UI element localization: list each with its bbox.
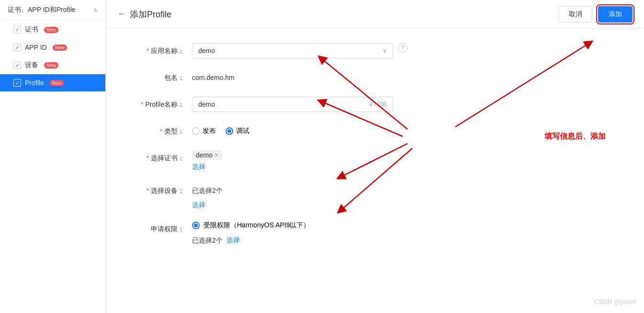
- profile-name-content: 4 / 100: [192, 97, 393, 112]
- sidebar-item-profile-badge: New: [50, 80, 64, 86]
- back-arrow-icon[interactable]: ←: [117, 9, 126, 19]
- permission-label: 申请权限：: [135, 221, 192, 236]
- type-label: 类型：: [135, 123, 192, 139]
- watermark: CSDN @pixle0: [594, 298, 636, 305]
- sidebar-item-certificate[interactable]: 证书 New: [0, 21, 105, 39]
- app-name-row: 应用名称： demo ∨ ?: [135, 43, 615, 58]
- svg-line-0: [321, 58, 407, 129]
- type-publish-option[interactable]: 发布: [192, 127, 216, 135]
- cert-tag: demo ×: [192, 150, 393, 160]
- radio-debug-icon: [226, 127, 233, 135]
- type-row: 类型： 发布 调试: [135, 123, 615, 139]
- cert-name: demo: [196, 151, 213, 159]
- sidebar-item-profile[interactable]: Profile New: [0, 74, 105, 91]
- sidebar-item-device-badge: New: [44, 62, 58, 68]
- profile-name-input[interactable]: [198, 101, 369, 108]
- help-icon[interactable]: ?: [398, 43, 407, 53]
- package-row: 包名： com.demo.hm: [135, 70, 615, 85]
- cert-content: demo × 选择: [192, 150, 393, 171]
- checkbox-profile-icon: [13, 79, 21, 87]
- device-label: 选择设备：: [135, 183, 192, 198]
- device-selected-count: 已选择2个: [192, 183, 393, 198]
- package-content: com.demo.hm: [192, 70, 393, 85]
- device-area: 已选择2个 选择: [192, 183, 393, 210]
- checkbox-appid-icon: [13, 44, 21, 51]
- type-publish-label: 发布: [203, 127, 216, 135]
- sidebar-group-header[interactable]: 证书、APP ID和Profile ∧: [0, 0, 105, 21]
- header: ← 添加Profile 取消 添加: [106, 0, 644, 29]
- char-count: 4 / 100: [369, 101, 387, 108]
- permission-option-row: 受限权限（HarmonyOS API9以下）: [192, 221, 393, 230]
- cert-row: 选择证书： demo × 选择: [135, 150, 615, 171]
- sidebar: 证书、APP ID和Profile ∧ 证书 New APP ID New 设备…: [0, 0, 106, 313]
- radio-publish-icon: [192, 127, 200, 135]
- permission-selected-count: 已选择2个: [192, 233, 223, 248]
- profile-name-label: Profile名称：: [135, 97, 192, 112]
- checkbox-certificate-icon: [13, 26, 21, 34]
- cert-select-link[interactable]: 选择: [192, 163, 393, 171]
- cert-area: demo × 选择: [192, 150, 393, 171]
- device-content: 已选择2个 选择: [192, 183, 393, 210]
- profile-name-row: Profile名称： 4 / 100: [135, 97, 615, 112]
- sidebar-item-appid-badge: New: [53, 45, 67, 51]
- sidebar-group-label: 证书、APP ID和Profile: [8, 6, 75, 14]
- cert-label: 选择证书：: [135, 150, 192, 166]
- form-area: 应用名称： demo ∨ ? 包名： com.demo.hm Profile名称…: [106, 29, 644, 313]
- device-row: 选择设备： 已选择2个 选择: [135, 183, 615, 210]
- sidebar-item-device-label: 设备: [25, 61, 38, 69]
- type-content: 发布 调试: [192, 123, 393, 139]
- permission-select-link[interactable]: 选择: [226, 236, 240, 245]
- profile-name-input-wrapper[interactable]: 4 / 100: [192, 97, 393, 112]
- radio-permission-icon: [192, 222, 200, 229]
- page-title: 添加Profile: [130, 9, 171, 20]
- package-label: 包名：: [135, 70, 192, 85]
- header-buttons: 取消 添加: [559, 6, 633, 22]
- header-left: ← 添加Profile: [117, 9, 171, 20]
- type-debug-label: 调试: [236, 127, 249, 135]
- permission-row: 申请权限： 受限权限（HarmonyOS API9以下） 已选择2个 选择: [135, 221, 615, 248]
- chevron-up-icon: ∧: [93, 7, 98, 13]
- cert-remove-icon[interactable]: ×: [215, 151, 218, 159]
- sidebar-item-certificate-badge: New: [44, 27, 58, 33]
- app-name-label: 应用名称：: [135, 43, 192, 58]
- chevron-down-icon: ∨: [383, 47, 387, 54]
- device-select-link[interactable]: 选择: [192, 201, 393, 210]
- sidebar-item-appid-label: APP ID: [25, 44, 47, 51]
- sidebar-item-device[interactable]: 设备 New: [0, 56, 105, 74]
- checkbox-device-icon: [13, 61, 21, 69]
- permission-selected-row: 已选择2个 选择: [192, 233, 393, 248]
- type-debug-option[interactable]: 调试: [226, 127, 249, 135]
- permission-option-label: 受限权限（HarmonyOS API9以下）: [203, 221, 310, 230]
- add-button[interactable]: 添加: [598, 6, 633, 22]
- app-name-value: demo: [198, 47, 215, 55]
- main-content: ← 添加Profile 取消 添加 应用名称： demo ∨ ? 包名： com…: [106, 0, 644, 313]
- permission-area: 受限权限（HarmonyOS API9以下） 已选择2个 选择: [192, 221, 393, 248]
- cert-tag-value: demo ×: [192, 150, 222, 160]
- sidebar-item-certificate-label: 证书: [25, 25, 38, 34]
- sidebar-item-profile-label: Profile: [25, 79, 44, 87]
- type-radio-group: 发布 调试: [192, 123, 393, 139]
- app-name-select[interactable]: demo ∨: [192, 43, 393, 58]
- cancel-button[interactable]: 取消: [559, 6, 592, 22]
- app-name-content: demo ∨: [192, 43, 393, 58]
- permission-content: 受限权限（HarmonyOS API9以下） 已选择2个 选择: [192, 221, 393, 248]
- sidebar-item-appid[interactable]: APP ID New: [0, 39, 105, 56]
- package-value: com.demo.hm: [192, 74, 235, 81]
